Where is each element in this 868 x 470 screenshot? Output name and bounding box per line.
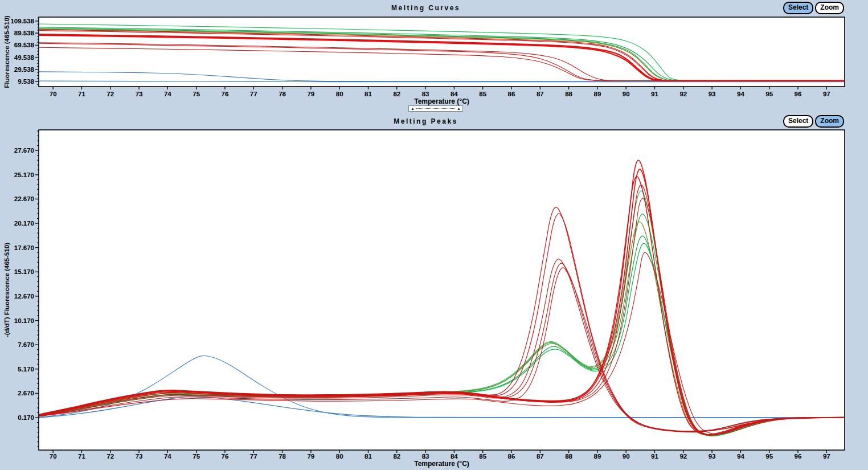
svg-text:97: 97 xyxy=(823,453,830,460)
curves-select-button[interactable]: Select xyxy=(783,2,813,14)
svg-text:71: 71 xyxy=(78,91,85,97)
svg-text:17.670: 17.670 xyxy=(14,244,34,251)
svg-text:93: 93 xyxy=(709,91,716,97)
svg-text:73: 73 xyxy=(136,453,143,460)
svg-text:25.170: 25.170 xyxy=(14,171,34,178)
svg-text:84: 84 xyxy=(451,91,458,97)
svg-text:9.538: 9.538 xyxy=(18,78,34,85)
peaks-select-button[interactable]: Select xyxy=(783,115,813,128)
svg-text:86: 86 xyxy=(508,91,515,97)
svg-text:49.538: 49.538 xyxy=(14,54,35,61)
svg-text:5.170: 5.170 xyxy=(18,366,34,373)
svg-text:88: 88 xyxy=(565,453,572,460)
svg-text:89: 89 xyxy=(593,453,601,460)
peaks-zoom-button[interactable]: Zoom xyxy=(815,115,844,128)
svg-text:85: 85 xyxy=(479,453,486,460)
svg-text:109.538: 109.538 xyxy=(10,18,34,24)
x-axis-label: Temperature (°C) xyxy=(414,460,469,468)
svg-text:72: 72 xyxy=(107,453,114,460)
svg-text:81: 81 xyxy=(365,91,372,97)
svg-text:89.538: 89.538 xyxy=(14,30,35,36)
curves-zoom-button[interactable]: Zoom xyxy=(815,2,844,14)
svg-text:12.670: 12.670 xyxy=(14,293,34,300)
melting-peaks-title: Melting Peaks xyxy=(0,117,851,125)
svg-text:70: 70 xyxy=(50,91,57,97)
svg-text:83: 83 xyxy=(422,453,429,460)
svg-text:76: 76 xyxy=(222,91,229,97)
svg-text:80: 80 xyxy=(336,91,343,97)
svg-text:95: 95 xyxy=(765,453,773,460)
svg-text:87: 87 xyxy=(537,91,544,97)
svg-text:81: 81 xyxy=(365,453,372,460)
svg-text:27.670: 27.670 xyxy=(14,147,34,154)
svg-text:75: 75 xyxy=(193,91,200,97)
svg-text:7.670: 7.670 xyxy=(18,341,34,348)
svg-text:72: 72 xyxy=(107,91,114,97)
svg-text:82: 82 xyxy=(393,453,400,460)
svg-text:96: 96 xyxy=(795,453,802,460)
svg-text:73: 73 xyxy=(136,91,143,97)
svg-text:93: 93 xyxy=(709,453,716,460)
svg-text:76: 76 xyxy=(222,453,229,460)
melting-analysis-window: 9.53829.53849.53869.53889.538109.5387071… xyxy=(0,0,868,470)
svg-text:90: 90 xyxy=(623,453,630,460)
svg-text:91: 91 xyxy=(651,91,658,97)
svg-text:94: 94 xyxy=(737,453,744,460)
slider-left-arrow-icon[interactable]: ▲ xyxy=(411,107,415,111)
x-axis-label: Temperature (°C) xyxy=(414,97,469,105)
svg-text:79: 79 xyxy=(307,91,314,97)
svg-text:85: 85 xyxy=(479,91,486,97)
slider-right-arrow-icon[interactable]: ▲ xyxy=(457,107,461,111)
svg-text:78: 78 xyxy=(279,91,286,97)
charts-canvas[interactable]: 9.53829.53849.53869.53889.538109.5387071… xyxy=(0,0,868,470)
svg-text:86: 86 xyxy=(508,453,515,460)
svg-text:90: 90 xyxy=(623,91,630,97)
svg-text:83: 83 xyxy=(422,91,429,97)
svg-text:78: 78 xyxy=(279,453,286,460)
svg-text:0.170: 0.170 xyxy=(18,414,34,421)
svg-text:84: 84 xyxy=(451,453,458,460)
svg-text:80: 80 xyxy=(336,453,343,460)
svg-text:29.538: 29.538 xyxy=(14,66,35,73)
svg-text:82: 82 xyxy=(393,91,400,97)
svg-text:96: 96 xyxy=(795,91,802,97)
y-axis-label: -(d/dT) Fluorescence (465-510) xyxy=(3,243,10,337)
svg-text:22.670: 22.670 xyxy=(14,195,34,202)
svg-text:88: 88 xyxy=(565,91,572,97)
temperature-range-scrollbar[interactable]: ▲ ▲ xyxy=(408,105,463,112)
svg-text:74: 74 xyxy=(164,453,171,460)
svg-text:15.170: 15.170 xyxy=(14,268,34,275)
y-axis-label: Fluorescence (465-510) xyxy=(3,15,10,88)
svg-text:97: 97 xyxy=(823,91,830,97)
svg-text:79: 79 xyxy=(307,453,314,460)
svg-text:89: 89 xyxy=(593,91,601,97)
chart-1: 0.1702.6705.1707.67010.17012.67015.17017… xyxy=(3,130,845,468)
svg-text:94: 94 xyxy=(737,91,744,97)
svg-text:77: 77 xyxy=(250,453,257,460)
svg-text:2.670: 2.670 xyxy=(18,390,34,397)
svg-text:69.538: 69.538 xyxy=(14,42,35,48)
melting-curves-title: Melting Curves xyxy=(0,4,851,12)
chart-0: 9.53829.53849.53869.53889.538109.5387071… xyxy=(3,15,845,105)
svg-text:10.170: 10.170 xyxy=(14,317,34,324)
melting-peaks-toolbar: Select Zoom xyxy=(783,115,844,128)
melting-curves-toolbar: Select Zoom xyxy=(783,2,844,14)
svg-text:20.170: 20.170 xyxy=(14,220,34,227)
svg-text:77: 77 xyxy=(250,91,257,97)
svg-text:71: 71 xyxy=(78,453,85,460)
svg-text:74: 74 xyxy=(164,91,171,97)
slider-track[interactable] xyxy=(416,108,455,109)
svg-text:75: 75 xyxy=(193,453,200,460)
svg-text:87: 87 xyxy=(537,453,544,460)
svg-text:92: 92 xyxy=(679,91,687,97)
svg-text:70: 70 xyxy=(50,453,57,460)
svg-text:95: 95 xyxy=(765,91,773,97)
svg-text:91: 91 xyxy=(651,453,658,460)
svg-text:92: 92 xyxy=(679,453,687,460)
